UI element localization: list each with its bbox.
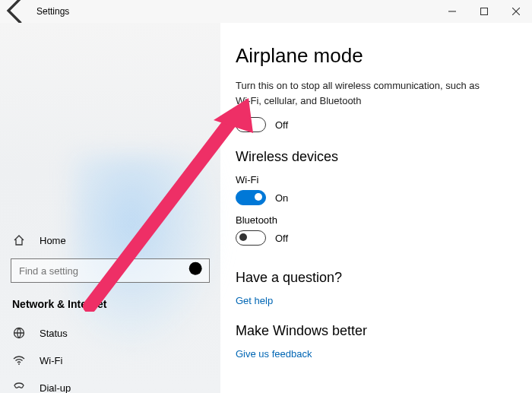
home-icon [12,234,26,246]
minimize-button[interactable] [436,0,468,23]
svg-line-5 [201,274,206,279]
sidebar-item-wifi[interactable]: Wi-Fi [0,347,220,374]
search-icon [186,259,209,282]
wireless-devices-heading: Wireless devices [236,149,517,165]
maximize-button[interactable] [468,0,500,23]
svg-point-7 [18,363,20,365]
wifi-label: Wi-Fi [236,174,517,185]
wifi-icon [12,354,26,366]
wifi-toggle[interactable] [236,190,266,205]
status-icon [12,327,26,339]
sidebar-item-label: Wi-Fi [40,355,62,366]
content-pane: Airplane mode Turn this on to stop all w… [220,23,532,393]
airplane-mode-state: Off [275,119,288,131]
feedback-link[interactable]: Give us feedback [236,348,312,360]
svg-point-4 [189,262,202,275]
feedback-heading: Make Windows better [236,323,517,339]
help-heading: Have a question? [236,270,517,286]
sidebar-home[interactable]: Home [0,227,220,254]
dialup-icon [12,382,26,393]
sidebar-item-dialup[interactable]: Dial-up [0,374,220,393]
wifi-state: On [275,192,288,204]
sidebar-home-label: Home [40,235,66,246]
get-help-link[interactable]: Get help [236,295,273,306]
sidebar-item-status[interactable]: Status [0,319,220,347]
search-input[interactable] [11,265,186,277]
titlebar: Settings [0,0,532,23]
sidebar-item-label: Dial-up [40,382,71,394]
bluetooth-label: Bluetooth [236,214,517,226]
sidebar: Home Network & Internet Status Wi-Fi Dia… [0,23,220,393]
sidebar-item-label: Status [40,328,68,339]
search-box[interactable] [11,258,210,283]
bluetooth-toggle[interactable] [236,230,266,246]
page-title: Airplane mode [236,44,517,68]
svg-rect-1 [481,8,488,15]
close-button[interactable] [500,0,532,23]
bluetooth-state: Off [275,233,288,244]
airplane-mode-toggle[interactable] [236,117,266,132]
sidebar-category: Network & Internet [0,293,220,319]
page-description: Turn this on to stop all wireless commun… [236,78,494,108]
window-title: Settings [33,6,69,17]
